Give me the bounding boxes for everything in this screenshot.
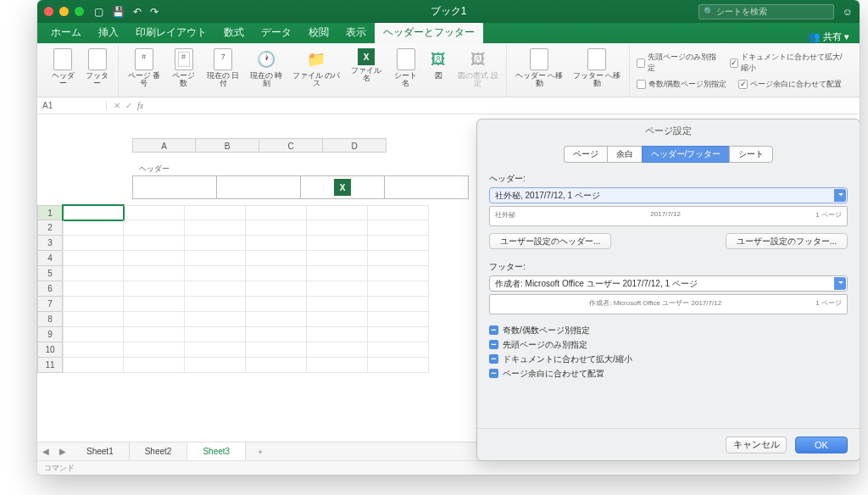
share-button[interactable]: 👥共有▾ [804,31,854,43]
redo-icon[interactable]: ↷ [150,6,159,18]
cell[interactable] [185,220,246,236]
chk-odd-even[interactable]: 奇数/偶数ページ別指定 [489,323,848,337]
cell[interactable] [63,342,124,358]
window-zoom-icon[interactable] [75,7,84,16]
goto-footer-button[interactable]: フッター へ移動 [568,45,626,96]
sheet-nav-next[interactable]: ▶ [54,447,71,456]
cells[interactable] [63,205,429,373]
user-icon[interactable]: ☺ [843,6,853,18]
cell[interactable] [185,297,246,312]
header-button[interactable]: ヘッダー [46,45,81,96]
row-headers[interactable]: 1 2 3 4 5 6 7 8 9 10 11 [37,205,63,373]
cell[interactable] [124,236,185,251]
cell[interactable] [246,236,307,251]
footer-combo[interactable]: 作成者: Microsoft Office ユーザー 2017/7/12, 1 … [489,275,848,292]
cell[interactable] [307,266,368,281]
opt-scale-with-doc[interactable]: ドキュメントに合わせて拡大/縮小 [730,51,848,75]
sheet-tab[interactable]: Sheet2 [130,442,188,460]
cell[interactable] [185,358,246,373]
chk-scale-doc[interactable]: ドキュメントに合わせて拡大/縮小 [489,352,848,366]
cell[interactable] [368,266,429,281]
cell[interactable] [124,251,185,266]
seg-margin[interactable]: 余白 [607,146,642,163]
file-path-button[interactable]: 📁ファイル のパス [288,45,345,96]
cell[interactable] [368,342,429,358]
cell[interactable] [124,312,185,327]
cell[interactable] [63,236,124,251]
cell[interactable] [63,358,124,373]
tab-page-layout[interactable]: 印刷レイアウト [127,22,215,43]
cell[interactable] [63,220,124,236]
cell[interactable] [368,297,429,312]
cell[interactable] [307,205,368,220]
header-edit-region[interactable] [132,175,468,199]
chk-align-margin[interactable]: ページ余白に合わせて配置 [489,366,848,381]
sheet-name-button[interactable]: シート 名 [388,45,425,96]
footer-button[interactable]: フッター [81,45,115,96]
cell[interactable] [368,327,429,342]
cell[interactable] [307,251,368,266]
sheet-tab[interactable]: Sheet3 [187,442,246,460]
header-combo[interactable]: 社外秘, 2017/7/12, 1 ページ [489,187,848,203]
picture-button[interactable]: 🖼図 [424,45,453,96]
cell[interactable] [368,358,429,373]
cell[interactable] [185,266,246,281]
cell[interactable] [368,251,429,266]
tab-data[interactable]: データ [253,22,300,43]
cell[interactable] [63,312,124,327]
cell[interactable] [246,266,307,281]
cell[interactable] [124,266,185,281]
cell[interactable] [368,220,429,236]
custom-header-button[interactable]: ユーザー設定のヘッダー... [489,233,611,249]
cell[interactable] [246,251,307,266]
cell[interactable] [246,205,307,220]
tab-review[interactable]: 校閲 [300,22,337,43]
sheet-tab[interactable]: Sheet1 [71,442,130,460]
ok-button[interactable]: OK [795,437,848,453]
cell[interactable] [246,358,307,373]
cell[interactable] [63,251,124,266]
tab-insert[interactable]: 挿入 [90,22,127,43]
cell[interactable] [124,342,185,358]
cell[interactable] [307,327,368,342]
cell[interactable] [63,205,124,220]
cell[interactable] [124,297,185,312]
cell[interactable] [368,312,429,327]
opt-align-margins[interactable]: ページ余白に合わせて配置 [738,78,842,91]
current-date-button[interactable]: 7現在の 日付 [202,45,245,96]
cell[interactable] [307,220,368,236]
fx-icon[interactable]: fx [137,101,143,110]
add-sheet-button[interactable]: ＋ [246,446,275,458]
autosave-icon[interactable]: ▢ [94,6,103,18]
page-number-button[interactable]: #ページ 番号 [122,45,165,96]
cell[interactable] [185,281,246,297]
cell[interactable] [246,281,307,297]
cell[interactable] [307,297,368,312]
search-input[interactable]: 🔍 シートを検索 [698,4,834,19]
cell[interactable] [246,297,307,312]
seg-header-footer[interactable]: ヘッダー/フッター [642,146,730,163]
cell[interactable] [185,251,246,266]
cell[interactable] [124,281,185,297]
cell[interactable] [63,281,124,297]
cell[interactable] [185,327,246,342]
cell[interactable] [124,205,185,220]
tab-formulas[interactable]: 数式 [215,22,253,43]
cell[interactable] [307,312,368,327]
opt-first-page-different[interactable]: 先頭ページのみ別指定 [637,51,718,75]
seg-sheet[interactable]: シート [729,146,773,163]
opt-odd-even-different[interactable]: 奇数/偶数ページ別指定 [637,78,727,91]
cell[interactable] [63,297,124,312]
cell[interactable] [185,205,246,220]
undo-icon[interactable]: ↶ [133,6,142,18]
column-headers[interactable]: A B C D [132,138,387,153]
tab-header-footer[interactable]: ヘッダーとフッター [375,22,483,43]
tab-home[interactable]: ホーム [42,22,90,43]
cell[interactable] [124,358,185,373]
cancel-button[interactable]: キャンセル [726,437,787,453]
cell[interactable] [124,220,185,236]
cell[interactable] [63,327,124,342]
current-time-button[interactable]: 🕐現在の 時刻 [245,45,288,96]
sheet-nav-prev[interactable]: ◀ [37,447,54,456]
page-count-button[interactable]: #ページ 数 [165,45,202,96]
